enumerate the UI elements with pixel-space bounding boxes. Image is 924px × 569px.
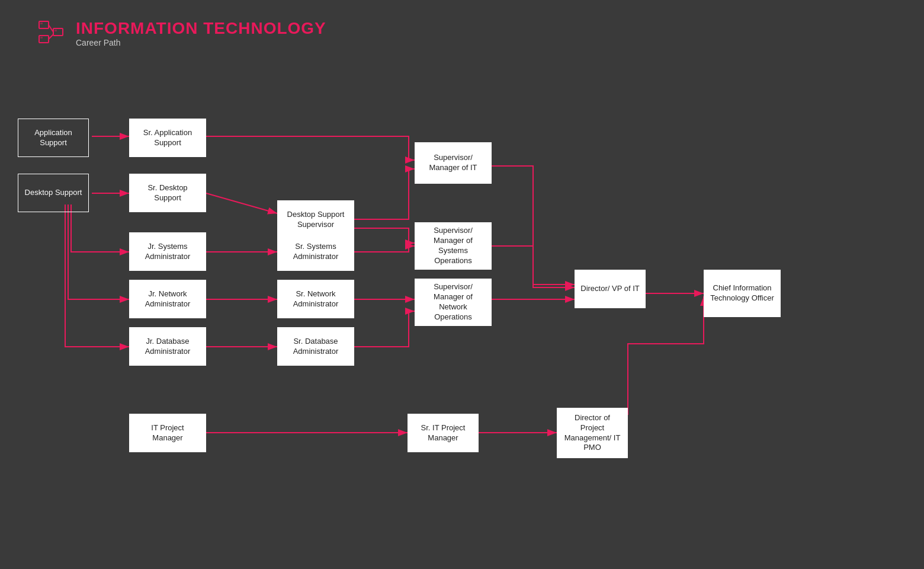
node-cito: Chief Information Technology Officer [704, 270, 781, 317]
node-director-vp-it: Director/ VP of IT [575, 270, 646, 308]
svg-rect-0 [39, 21, 49, 28]
node-sr-systems-admin: Sr. Systems Administrator [277, 232, 354, 271]
node-supervisor-it: Supervisor/ Manager of IT [415, 142, 492, 184]
node-sr-application-support: Sr. Application Support [129, 119, 206, 157]
svg-line-11 [206, 193, 277, 213]
node-jr-network-admin: Jr. Network Administrator [129, 280, 206, 318]
header: INFORMATION TECHNOLOGY Career Path [36, 18, 326, 49]
node-supervisor-systems: Supervisor/ Manager of Systems Operation… [415, 222, 492, 270]
node-sr-desktop-support: Sr. Desktop Support [129, 174, 206, 212]
node-application-support: Application Support [18, 119, 89, 157]
svg-line-4 [49, 34, 53, 39]
svg-rect-5 [40, 23, 43, 24]
chart-area: Application Support Sr. Application Supp… [0, 77, 924, 569]
svg-rect-2 [53, 28, 63, 36]
node-director-pmo: Director of Project Management/ IT PMO [557, 408, 628, 458]
svg-rect-6 [40, 37, 43, 39]
node-it-project-manager: IT Project Manager [129, 414, 206, 452]
node-sr-network-admin: Sr. Network Administrator [277, 280, 354, 318]
page-subtitle: Career Path [76, 38, 326, 47]
it-icon [36, 18, 66, 49]
node-jr-systems-admin: Jr. Systems Administrator [129, 232, 206, 271]
node-supervisor-network: Supervisor/ Manager of Network Operation… [415, 279, 492, 326]
node-sr-it-project-manager: Sr. IT Project Manager [408, 414, 479, 452]
page-title: INFORMATION TECHNOLOGY [76, 19, 326, 38]
svg-line-3 [49, 25, 53, 32]
node-desktop-support: Desktop Support [18, 174, 89, 212]
svg-rect-1 [39, 36, 49, 43]
header-text: INFORMATION TECHNOLOGY Career Path [76, 19, 326, 47]
svg-rect-7 [54, 30, 57, 31]
node-jr-db-admin: Jr. Database Administrator [129, 327, 206, 366]
node-sr-db-admin: Sr. Database Administrator [277, 327, 354, 366]
